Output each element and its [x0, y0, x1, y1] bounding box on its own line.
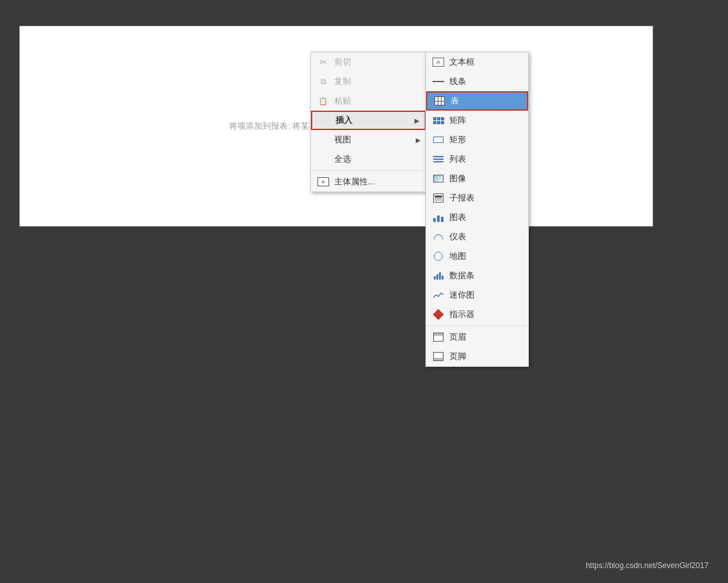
- menu-selectall-label: 全选: [334, 153, 421, 165]
- scissors-icon: ✂: [316, 55, 330, 69]
- menu-item-paste[interactable]: 📋 粘贴: [311, 91, 426, 111]
- submenu-item-footer[interactable]: 页脚: [426, 347, 528, 366]
- subreport-icon: [431, 191, 445, 205]
- line-icon: [431, 74, 445, 89]
- submenu-separator: [426, 325, 528, 326]
- image-icon: [431, 171, 445, 186]
- globe-icon: [431, 249, 445, 263]
- submenu-item-map[interactable]: 地图: [426, 247, 528, 266]
- menu-copy-label: 复制: [334, 76, 421, 87]
- submenu-item-image[interactable]: 图像: [426, 169, 528, 188]
- submenu-gauge-label: 仪表: [449, 231, 523, 243]
- submenu-textbox-label: 文本框: [449, 56, 523, 68]
- submenu-image-label: 图像: [449, 173, 523, 184]
- menu-item-copy[interactable]: ⧉ 复制: [311, 72, 426, 91]
- submenu-item-chart[interactable]: 图表: [426, 208, 528, 227]
- indicator-icon: [431, 307, 445, 322]
- insert-icon: [317, 113, 332, 127]
- submenu-chart-label: 图表: [449, 212, 523, 223]
- submenu-item-sparkline[interactable]: 迷你图: [426, 285, 528, 305]
- sparkline-icon: [431, 288, 445, 302]
- submenu-item-header[interactable]: 页眉: [426, 327, 528, 347]
- copy-icon: ⧉: [316, 74, 330, 89]
- menu-view-label: 视图: [334, 134, 413, 146]
- selectall-icon: [316, 152, 330, 166]
- submenu-indicator-label: 指示器: [449, 309, 523, 320]
- submenu-item-line[interactable]: 线条: [426, 72, 528, 91]
- submenu-line-label: 线条: [449, 76, 523, 87]
- rectangle-icon: [431, 133, 445, 147]
- submenu-item-databar[interactable]: 数据条: [426, 266, 528, 285]
- menu-separator: [311, 170, 426, 171]
- submenu-list-label: 列表: [449, 153, 523, 165]
- menu-properties-label: 主体属性...: [334, 176, 421, 188]
- submenu-item-table[interactable]: 表: [426, 91, 528, 111]
- menu-item-view[interactable]: 视图 ▶: [311, 130, 426, 149]
- submenu-footer-label: 页脚: [449, 351, 523, 362]
- submenu-item-matrix[interactable]: 矩阵: [426, 111, 528, 130]
- list-icon: [431, 152, 445, 166]
- menu-item-insert[interactable]: 插入 ▶: [311, 111, 426, 130]
- submenu-item-list[interactable]: 列表: [426, 149, 528, 169]
- submenu-item-indicator[interactable]: 指示器: [426, 305, 528, 324]
- properties-icon: ≡: [316, 175, 330, 189]
- submenu-rectangle-label: 矩形: [449, 134, 523, 146]
- menu-item-cut[interactable]: ✂ 剪切: [311, 52, 426, 72]
- submenu-item-subreport[interactable]: 子报表: [426, 188, 528, 208]
- menu-cut-label: 剪切: [334, 56, 421, 68]
- view-arrow-icon: ▶: [416, 137, 421, 144]
- submenu-insert: A 文本框 线条 表 矩阵 矩形: [425, 52, 529, 367]
- submenu-matrix-label: 矩阵: [449, 115, 523, 126]
- context-menu: ✂ 剪切 ⧉ 复制 📋 粘贴 插入 ▶ 视图 ▶ 全选 ≡ 主体属性...: [310, 52, 427, 192]
- databar-icon: [431, 269, 445, 283]
- matrix-icon: [431, 113, 445, 127]
- submenu-item-textbox[interactable]: A 文本框: [426, 52, 528, 72]
- chart-icon: [431, 210, 445, 225]
- submenu-item-rectangle[interactable]: 矩形: [426, 130, 528, 149]
- submenu-subreport-label: 子报表: [449, 192, 523, 204]
- menu-paste-label: 粘贴: [334, 95, 421, 107]
- view-icon: [316, 133, 330, 147]
- footer-url: https://blog.csdn.net/SevenGirl2017: [586, 561, 709, 570]
- insert-arrow-icon: ▶: [414, 117, 420, 124]
- menu-item-properties[interactable]: ≡ 主体属性...: [311, 172, 426, 192]
- submenu-header-label: 页眉: [449, 331, 523, 343]
- header-icon: [431, 330, 445, 344]
- textbox-icon: A: [431, 55, 445, 69]
- submenu-databar-label: 数据条: [449, 270, 523, 281]
- gauge-icon: [431, 230, 445, 244]
- menu-insert-label: 插入: [336, 115, 412, 126]
- menu-item-selectall[interactable]: 全选: [311, 149, 426, 169]
- submenu-map-label: 地图: [449, 250, 523, 262]
- table-icon: [433, 94, 447, 108]
- submenu-sparkline-label: 迷你图: [449, 289, 523, 301]
- submenu-table-label: 表: [451, 95, 522, 107]
- submenu-item-gauge[interactable]: 仪表: [426, 227, 528, 247]
- footer-icon: [431, 349, 445, 364]
- paste-icon: 📋: [316, 94, 330, 108]
